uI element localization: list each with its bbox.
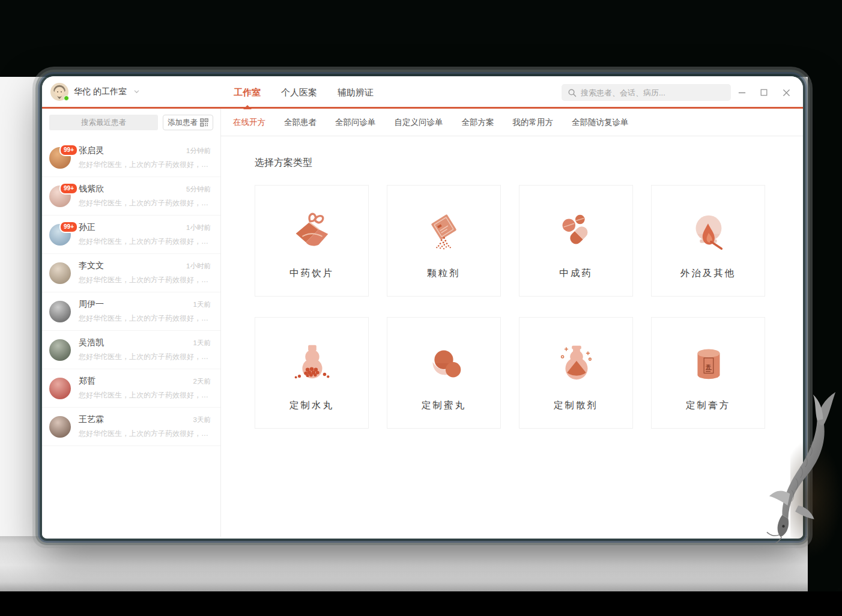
patient-name: 郑哲 [79,376,95,387]
search-icon [568,88,577,97]
add-patient-label: 添加患者 [168,118,198,128]
patient-avatar [49,339,71,361]
plan-type-card[interactable]: 定制散剂 [519,317,633,429]
message-time: 1小时前 [186,262,211,271]
message-time: 2天前 [193,377,211,386]
patient-avatar: 99+ [49,186,71,207]
plan-type-section: 选择方案类型 中药饮片 颗粒剂 中成药 外治及其他 定制水丸 [221,136,803,537]
plan-type-grid: 中药饮片 颗粒剂 中成药 外治及其他 定制水丸 定制蜜丸 定制散 [255,185,785,429]
unread-count-badge: 99+ [59,221,78,233]
backdrop-top [0,0,842,77]
qr-code-icon [200,118,208,127]
plan-type-card[interactable]: 中成药 [519,185,633,297]
patient-list-item[interactable]: 99+ 钱紫欣 5分钟前 您好华佗医生，上次的方子药效很好，请问... [42,177,220,216]
message-preview: 您好华佗医生，上次的方子药效很好，请问... [79,429,211,439]
plan-type-card[interactable]: 中药饮片 [255,185,369,297]
message-preview: 您好华佗医生，上次的方子药效很好，请问... [79,198,211,208]
maximize-icon [760,88,768,97]
online-status-dot [64,95,69,101]
patient-name: 吴浩凯 [79,337,104,348]
plan-type-label: 定制散剂 [554,399,598,412]
plan-type-card[interactable]: 颗粒剂 [387,185,501,297]
patient-avatar: 99+ [49,224,71,246]
unread-count-badge: 99+ [59,183,78,195]
global-search-input[interactable] [581,88,725,97]
nav-tab[interactable]: 工作室 [234,76,261,109]
add-patient-button[interactable]: 添加患者 [163,115,213,130]
plan-type-label: 外治及其他 [680,267,736,280]
patient-list-item[interactable]: 郑哲 2天前 您好华佗医生，上次的方子药效很好，请问... [42,369,220,408]
patient-name: 王艺霖 [79,414,104,425]
recent-patient-search-input[interactable] [49,115,158,130]
subtab[interactable]: 全部方案 [462,117,494,128]
patient-avatar: 99+ [49,147,71,169]
plan-type-label: 颗粒剂 [427,267,461,280]
close-button[interactable] [781,88,791,97]
plan-type-icon [685,339,731,386]
minimize-button[interactable] [737,88,747,97]
plan-type-label: 定制蜜丸 [422,399,466,412]
subtab[interactable]: 自定义问诊单 [395,117,443,128]
window-reflection-band [0,536,842,592]
minimize-icon [738,88,747,97]
patient-name: 钱紫欣 [79,184,104,195]
subtab[interactable]: 全部患者 [284,117,317,128]
window-controls [737,76,791,109]
sidebar-toolbar: 添加患者 [42,109,220,136]
message-preview: 您好华佗医生，上次的方子药效很好，请问... [79,390,211,400]
doctor-avatar [50,83,68,101]
nav-tab[interactable]: 个人医案 [281,76,317,109]
patient-name: 张启灵 [79,145,104,156]
patient-avatar [49,262,71,284]
plan-type-icon [553,339,599,386]
message-preview: 您好华佗医生，上次的方子药效很好，请问... [79,352,211,362]
plan-type-card[interactable]: 定制蜜丸 [387,317,501,429]
message-time: 1天前 [193,339,211,348]
plan-type-card[interactable]: 定制膏方 [651,317,765,429]
patient-list-item[interactable]: 99+ 孙正 1小时前 您好华佗医生，上次的方子药效很好，请问... [42,216,220,254]
plan-type-icon [420,339,467,386]
plan-type-icon [420,207,467,254]
app-body: 添加患者 99+ 张启灵 1分钟前 您好华佗医生，上次的方子药效很好，请问...… [42,109,803,537]
app-window: 华佗 的工作室 工作室 个人医案 辅助辨证 [42,76,803,539]
message-preview: 您好华佗医生，上次的方子药效很好，请问... [79,160,211,170]
unread-count-badge: 99+ [59,144,78,156]
chevron-down-icon[interactable] [133,88,140,95]
plan-type-label: 定制水丸 [289,399,334,412]
patient-list-item[interactable]: 99+ 张启灵 1分钟前 您好华佗医生，上次的方子药效很好，请问... [42,139,220,177]
plan-type-card[interactable]: 外治及其他 [651,185,765,297]
patient-name: 李文文 [79,261,104,271]
patient-list-item[interactable]: 周伊一 1天前 您好华佗医生，上次的方子药效很好，请问... [42,292,220,331]
main-panel: 在线开方 全部患者 全部问诊单 自定义问诊单 全部方案 我的常用方 全部随访复诊… [221,109,803,537]
backdrop-bottom [0,591,842,616]
maximize-button[interactable] [759,88,769,97]
patient-name: 周伊一 [79,299,104,310]
patient-list-item[interactable]: 吴浩凯 1天前 您好华佗医生，上次的方子药效很好，请问... [42,331,220,369]
plan-type-icon [288,339,335,386]
patients-sidebar: 添加患者 99+ 张启灵 1分钟前 您好华佗医生，上次的方子药效很好，请问...… [42,109,221,537]
message-time: 3天前 [193,415,211,424]
screenshot-stage: 华佗 的工作室 工作室 个人医案 辅助辨证 [0,0,842,616]
subtab[interactable]: 在线开方 [233,117,265,128]
patient-list-item[interactable]: 李文文 1小时前 您好华佗医生，上次的方子药效很好，请问... [42,254,220,292]
nav-tab[interactable]: 辅助辨证 [338,76,374,109]
patient-avatar [49,416,71,438]
plan-type-label: 中成药 [559,267,593,280]
koi-fish-decoration [764,389,841,550]
nav-tab-label: 工作室 [234,87,261,98]
subtab[interactable]: 全部问诊单 [335,117,376,128]
section-title: 选择方案类型 [255,157,785,169]
message-preview: 您好华佗医生，上次的方子药效很好，请问... [79,237,211,247]
patient-list-item[interactable]: 王艺霖 3天前 您好华佗医生，上次的方子药效很好，请问... [42,408,220,446]
patient-avatar [49,378,71,399]
subtab[interactable]: 全部随访复诊单 [572,117,629,128]
subtab[interactable]: 我的常用方 [513,117,554,128]
nav-tab-label: 辅助辨证 [338,87,374,98]
doctor-profile[interactable]: 华佗 的工作室 [50,83,140,101]
message-time: 1天前 [193,300,211,309]
plan-type-icon [553,207,599,254]
patient-name: 孙正 [79,222,95,233]
message-time: 5分钟前 [186,185,211,194]
plan-type-card[interactable]: 定制水丸 [255,317,369,429]
global-search[interactable] [562,84,731,101]
